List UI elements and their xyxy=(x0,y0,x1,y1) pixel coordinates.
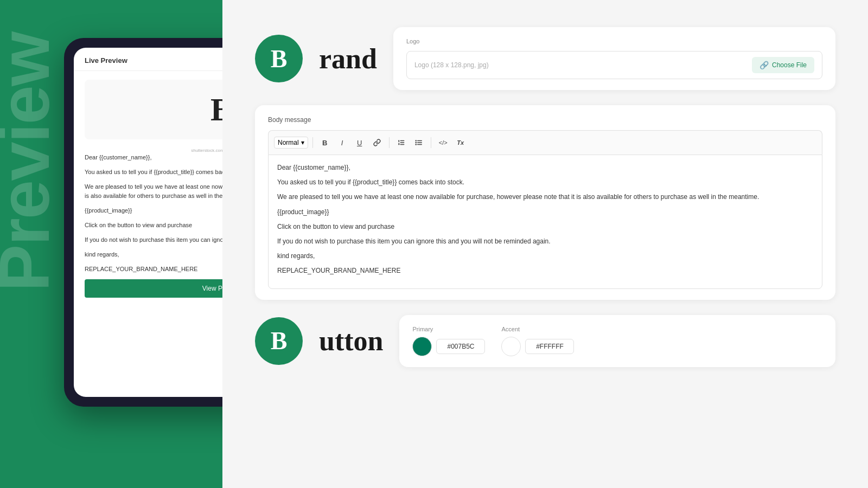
email-logo-letter: B xyxy=(210,91,222,129)
email-greeting: Dear {{customer_name}}, xyxy=(85,153,222,162)
email-line2: We are pleased to tell you we have at le… xyxy=(85,182,222,201)
button-circle: B xyxy=(255,317,303,365)
editor-line2: We are pleased to tell you we have at le… xyxy=(277,192,813,202)
link-button[interactable] xyxy=(369,135,385,150)
brand-circle-letter: B xyxy=(271,44,288,73)
body-message-label: Body message xyxy=(268,116,822,124)
email-line1: You asked us to tell you if {{product_ti… xyxy=(85,168,222,177)
button-circle-letter: B xyxy=(271,326,288,355)
logo-upload-placeholder: Logo (128 x 128.png, jpg) xyxy=(414,61,489,69)
stockphoto-note: shutterstock.com · 2162000371 xyxy=(85,148,222,153)
brand-circle: B xyxy=(255,35,303,82)
tablet-mockup: Live Preview B shutterstock.com · 216200… xyxy=(64,38,222,407)
toolbar-divider-3 xyxy=(431,137,431,148)
accent-label: Accent xyxy=(501,326,574,332)
ordered-list-button[interactable] xyxy=(394,135,409,150)
tablet-screen: Live Preview B shutterstock.com · 216200… xyxy=(74,48,222,397)
svg-point-9 xyxy=(416,142,416,143)
tablet-content: B shutterstock.com · 2162000371 Dear {{c… xyxy=(74,71,222,397)
editor-greeting: Dear {{customer_name}}, xyxy=(277,163,813,173)
logo-upload-row: Logo (128 x 128.png, jpg) 🔗 Choose File xyxy=(406,51,822,79)
primary-color-swatch[interactable] xyxy=(412,337,432,356)
link-icon: 🔗 xyxy=(760,61,769,69)
editor-cta: Click on the button to view and purchase xyxy=(277,222,813,232)
view-product-button[interactable]: View Product xyxy=(85,279,222,298)
tablet-container: Live Preview B shutterstock.com · 216200… xyxy=(64,38,222,407)
editor-brand: REPLACE_YOUR_BRAND_NAME_HERE xyxy=(277,266,813,276)
toolbar-divider-2 xyxy=(389,137,390,148)
accent-color-value[interactable]: #FFFFFF xyxy=(525,339,574,354)
editor-toolbar: Normal ▾ B I U xyxy=(268,130,822,155)
primary-color-row: #007B5C xyxy=(412,337,485,356)
logo-section-label: Logo xyxy=(406,38,822,44)
email-logo-area: B xyxy=(85,80,222,139)
chevron-down-icon: ▾ xyxy=(301,139,304,146)
button-card: Primary #007B5C Accent #FFFFFF xyxy=(399,315,835,367)
live-preview-label: Live Preview xyxy=(85,56,127,65)
right-panel: B rand Logo Logo (128 x 128.png, jpg) 🔗 … xyxy=(222,0,868,488)
preview-watermark: Preview xyxy=(0,33,60,291)
editor-product-image: {{product_image}} xyxy=(277,207,813,217)
email-regards: kind regards, xyxy=(85,250,222,259)
email-ignore: If you do not wish to purchase this item… xyxy=(85,235,222,245)
email-cta: Click on the button to view and purchase xyxy=(85,221,222,230)
choose-file-label: Choose File xyxy=(772,61,807,69)
unordered-list-button[interactable] xyxy=(411,135,426,150)
editor-body[interactable]: Dear {{customer_name}}, You asked us to … xyxy=(268,155,822,289)
primary-color-value[interactable]: #007B5C xyxy=(436,339,485,354)
primary-color-group: Primary #007B5C xyxy=(412,326,485,356)
brand-card: Logo Logo (128 x 128.png, jpg) 🔗 Choose … xyxy=(393,27,835,90)
brand-label: rand xyxy=(319,43,377,75)
body-message-section: Body message Normal ▾ B I U xyxy=(255,105,835,300)
brand-section: B rand Logo Logo (128 x 128.png, jpg) 🔗 … xyxy=(255,27,835,90)
accent-color-swatch[interactable] xyxy=(501,337,521,356)
code-button[interactable]: </> xyxy=(436,135,451,150)
editor-regards: kind regards, xyxy=(277,251,813,261)
format-select[interactable]: Normal ▾ xyxy=(274,137,308,149)
accent-color-row: #FFFFFF xyxy=(501,337,574,356)
bold-button[interactable]: B xyxy=(317,135,333,150)
button-section: B utton Primary #007B5C Accent #FFFFFF xyxy=(255,315,835,367)
left-panel: Preview Live Preview B shutterstock.com … xyxy=(0,0,222,488)
email-body: Dear {{customer_name}}, You asked us to … xyxy=(85,153,222,274)
svg-point-10 xyxy=(416,144,416,145)
editor-line1: You asked us to tell you if {{product_ti… xyxy=(277,177,813,188)
editor-ignore: If you do not wish to purchase this item… xyxy=(277,236,813,247)
email-product-image: {{product_image}} xyxy=(85,206,222,215)
tablet-header: Live Preview xyxy=(74,48,222,71)
choose-file-button[interactable]: 🔗 Choose File xyxy=(752,57,814,73)
italic-button[interactable]: I xyxy=(335,135,350,150)
primary-label: Primary xyxy=(412,326,485,332)
toolbar-divider-1 xyxy=(312,137,313,148)
clear-format-button[interactable]: Tx xyxy=(453,135,468,150)
svg-point-8 xyxy=(416,140,416,141)
format-select-value: Normal xyxy=(278,139,299,146)
accent-color-group: Accent #FFFFFF xyxy=(501,326,574,356)
button-label: utton xyxy=(319,325,383,357)
email-brand: REPLACE_YOUR_BRAND_NAME_HERE xyxy=(85,265,222,274)
underline-button[interactable]: U xyxy=(352,135,367,150)
